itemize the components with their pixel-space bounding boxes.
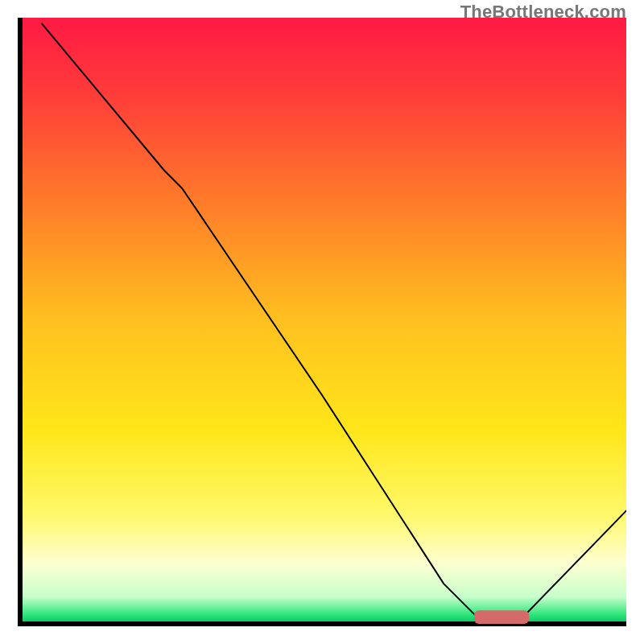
gradient-fill <box>20 18 626 624</box>
watermark-text: TheBottleneck.com <box>460 2 626 23</box>
highlight-marker <box>474 610 529 624</box>
chart-container: TheBottleneck.com <box>0 0 644 644</box>
chart-plot <box>18 18 626 626</box>
